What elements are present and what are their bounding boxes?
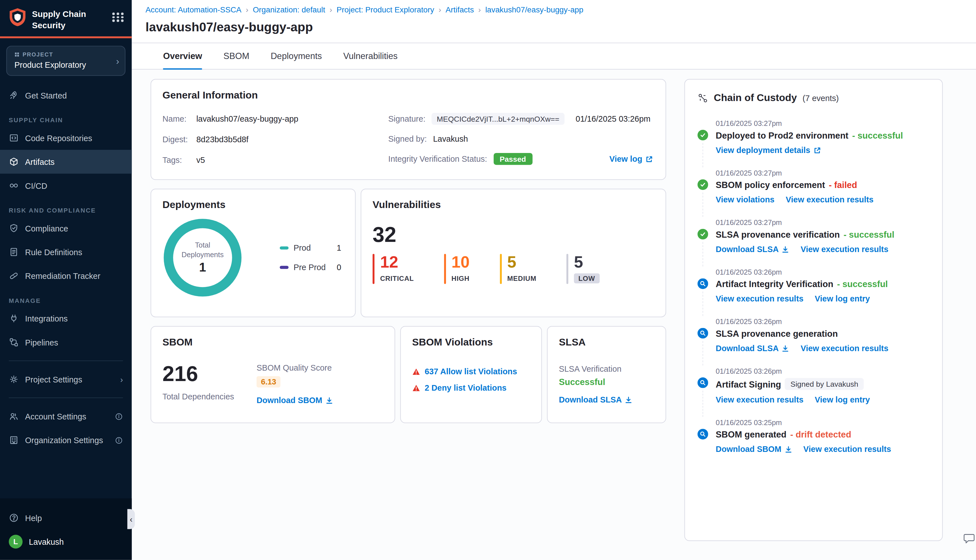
- download-sbom-link[interactable]: Download SBOM: [716, 445, 792, 454]
- slsa-verification-label: SLSA Verification: [559, 364, 654, 373]
- sbom-quality-score-label: SBOM Quality Score: [257, 363, 333, 372]
- warning-icon: [412, 384, 420, 392]
- general-information-card: General Information Name:lavakush07/easy…: [150, 79, 666, 180]
- sidebar-footer: Help L Lavakush: [0, 498, 132, 560]
- event-timestamp: 01/16/2025 03:26pm: [716, 268, 888, 276]
- project-selector-label: PROJECT: [14, 52, 111, 58]
- app-root: Supply Chain Security PROJECT Product Ex…: [0, 0, 976, 560]
- custody-event-sbom-policy: 01/16/2025 03:27pm SBOM policy enforceme…: [697, 169, 930, 204]
- sidebar-item-account-settings[interactable]: Account Settings: [0, 405, 132, 428]
- allow-list-violations: 637 Allow list Violations: [412, 367, 530, 376]
- tab-deployments[interactable]: Deployments: [270, 43, 322, 70]
- deployments-card: Deployments TotalDeployments 1: [150, 189, 355, 317]
- nav-section-supply-chain: SUPPLY CHAIN: [9, 117, 132, 123]
- sidebar-item-code-repositories[interactable]: Code Repositories: [0, 126, 132, 150]
- sidebar-item-compliance[interactable]: Compliance: [0, 216, 132, 240]
- slsa-verification-status: Successful: [559, 377, 654, 387]
- custody-event-sbom-generated: 01/16/2025 03:25pm SBOM generated- drift…: [697, 419, 930, 454]
- external-link-icon: [813, 147, 821, 154]
- severity-bar: [444, 254, 446, 284]
- chat-help-icon[interactable]: [963, 532, 975, 545]
- severity-bar: [567, 254, 569, 284]
- sidebar-item-help[interactable]: Help: [0, 506, 132, 530]
- severity-bar: [500, 254, 502, 284]
- breadcrumb-current-artifact[interactable]: lavakush07/easy-buggy-app: [485, 6, 583, 14]
- sidebar-item-organization-settings[interactable]: Organization Settings: [0, 428, 132, 452]
- view-execution-results-link[interactable]: View execution results: [786, 195, 874, 204]
- generation-step-icon: [697, 328, 708, 339]
- slsa-card: SLSA SLSA Verification Successful Downlo…: [547, 326, 666, 423]
- sbom-step-icon: [697, 429, 708, 440]
- event-timestamp: 01/16/2025 03:27pm: [716, 219, 894, 227]
- event-title: SLSA provenance generation: [716, 328, 888, 339]
- view-log-entry-link[interactable]: View log entry: [815, 294, 870, 303]
- view-log-entry-link[interactable]: View log entry: [815, 395, 870, 404]
- sidebar-item-cicd[interactable]: CI/CD: [0, 173, 132, 197]
- sbom-card: SBOM 216 Total Dependencies SBOM Quality…: [150, 326, 395, 423]
- breadcrumb-artifacts[interactable]: Artifacts: [445, 6, 474, 14]
- sidebar-item-label: Get Started: [25, 91, 67, 100]
- breadcrumb-project[interactable]: Project: Product Exploratory: [337, 6, 434, 14]
- info-icon: [115, 412, 123, 420]
- chevron-right-icon: ›: [120, 375, 123, 384]
- signed-by-label: Signed by:: [388, 134, 427, 143]
- view-execution-results-link[interactable]: View execution results: [716, 395, 803, 404]
- sidebar-user[interactable]: L Lavakush: [0, 530, 132, 553]
- rocket-icon: [9, 90, 19, 100]
- custody-timeline: 01/16/2025 03:27pm Deployed to Prod2 env…: [697, 120, 930, 454]
- deny-list-violations-link[interactable]: 2 Deny list Violations: [425, 383, 507, 392]
- severity-medium: 5MEDIUM: [500, 254, 536, 284]
- gear-icon: [9, 374, 19, 385]
- breadcrumb-organization[interactable]: Organization: default: [253, 6, 325, 14]
- tab-overview[interactable]: Overview: [163, 43, 202, 70]
- view-log-link[interactable]: View log: [609, 154, 654, 163]
- chevron-left-icon: ‹: [130, 514, 132, 523]
- integrity-status-label: Integrity Verification Status:: [388, 154, 487, 163]
- donut-center-label: TotalDeployments: [182, 240, 224, 259]
- view-execution-results-link[interactable]: View execution results: [801, 343, 888, 353]
- view-execution-results-link[interactable]: View execution results: [716, 294, 803, 303]
- apps-grid-icon[interactable]: [112, 8, 124, 22]
- help-icon: [9, 513, 19, 523]
- tab-sbom[interactable]: SBOM: [224, 43, 249, 70]
- download-slsa-link[interactable]: Download SLSA: [559, 395, 632, 404]
- allow-list-violations-link[interactable]: 637 Allow list Violations: [425, 367, 517, 376]
- tab-vulnerabilities[interactable]: Vulnerabilities: [343, 43, 397, 70]
- signed-by-value: Lavakush: [433, 134, 468, 143]
- info-icon: [115, 436, 123, 444]
- view-execution-results-link[interactable]: View execution results: [801, 245, 888, 254]
- download-slsa-link[interactable]: Download SLSA: [716, 343, 789, 353]
- event-title: SBOM policy enforcement- failed: [716, 180, 874, 190]
- project-selector[interactable]: PROJECT Product Exploratory ›: [6, 46, 125, 76]
- sidebar-item-get-started[interactable]: Get Started: [0, 83, 132, 107]
- sidebar-item-pipelines[interactable]: Pipelines: [0, 330, 132, 354]
- download-slsa-link[interactable]: Download SLSA: [716, 245, 789, 254]
- signing-step-icon: [697, 377, 708, 388]
- breadcrumb-account[interactable]: Account: Automation-SSCA: [145, 6, 242, 14]
- page-header: Account: Automation-SSCA › Organization:…: [132, 0, 976, 43]
- sbom-quality-score-value: 6.13: [257, 376, 280, 388]
- sidebar-collapse-handle[interactable]: ‹: [127, 509, 135, 529]
- view-execution-results-link[interactable]: View execution results: [803, 445, 891, 454]
- sidebar-item-project-settings[interactable]: Project Settings ›: [0, 368, 132, 391]
- view-deployment-details-link[interactable]: View deployment details: [716, 145, 821, 155]
- app-logo-shield-icon: [9, 8, 26, 28]
- breadcrumb: Account: Automation-SSCA › Organization:…: [145, 6, 961, 14]
- sidebar-item-integrations[interactable]: Integrations: [0, 307, 132, 330]
- download-icon: [784, 445, 792, 453]
- sidebar-item-artifacts[interactable]: Artifacts: [0, 150, 132, 173]
- sidebar-item-remediation-tracker[interactable]: Remediation Tracker: [0, 264, 132, 288]
- total-dependencies-value: 216: [162, 363, 257, 385]
- view-violations-link[interactable]: View violations: [716, 195, 774, 204]
- sidebar-item-rule-definitions[interactable]: Rule Definitions: [0, 240, 132, 264]
- user-name: Lavakush: [29, 537, 64, 546]
- deployments-legend: Prod 1 Pre Prod 0: [280, 243, 344, 272]
- integrity-step-icon: [697, 278, 708, 289]
- custody-event-slsa-verification: 01/16/2025 03:27pm SLSA provenance verif…: [697, 219, 930, 254]
- breadcrumb-separator: ›: [439, 6, 441, 14]
- legend-prod: Prod 1: [280, 243, 342, 253]
- nav-section-manage: MANAGE: [9, 297, 132, 304]
- page-title: lavakush07/easy-buggy-app: [145, 20, 961, 35]
- divider: [9, 397, 123, 398]
- download-sbom-link[interactable]: Download SBOM: [257, 396, 333, 405]
